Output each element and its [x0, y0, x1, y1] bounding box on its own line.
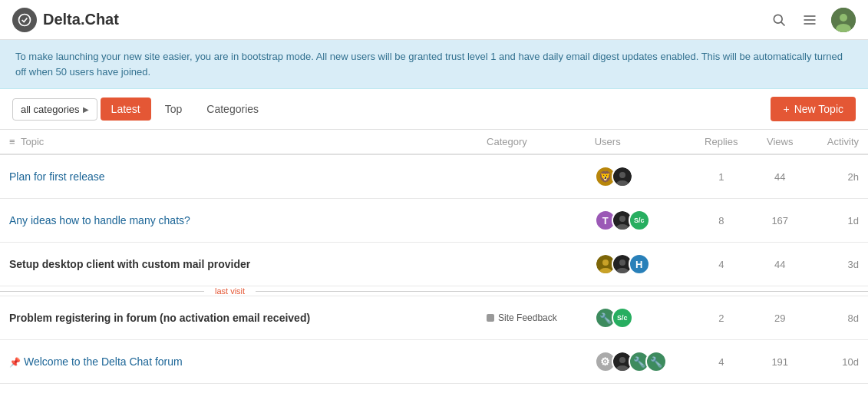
category-badge[interactable]: Site Feedback [487, 312, 557, 323]
users-cell: 🦁 [595, 166, 681, 187]
activity-cell: 8d [807, 296, 868, 340]
views-cell: 44 [753, 243, 807, 286]
category-cell [477, 340, 586, 384]
topic-link[interactable]: Plan for first release [9, 170, 105, 183]
svg-point-7 [840, 14, 847, 21]
views-cell: 167 [753, 199, 807, 243]
users-td: H [586, 243, 690, 286]
table-row: 📌Welcome to the Delta Chat forum ⚙🔧🔧4191… [0, 340, 868, 384]
table-row: Setup desktop client with custom mail pr… [0, 243, 868, 286]
new-topic-button[interactable]: + New Topic [771, 97, 856, 121]
svg-point-22 [619, 357, 625, 363]
users-cell: ⚙🔧🔧 [595, 351, 681, 372]
topic-cell: 📌Welcome to the Delta Chat forum [0, 340, 477, 384]
nav-left: all categories ▶ Latest Top Categories [12, 98, 269, 121]
category-cell [477, 199, 586, 243]
col-header-replies: Replies [690, 130, 753, 154]
svg-point-13 [619, 216, 625, 222]
table-row: Problem registering in forum (no activat… [0, 296, 868, 340]
svg-line-2 [781, 21, 785, 25]
user-avatar-item: S/c [629, 210, 650, 231]
col-header-topic: ≡ Topic [0, 130, 477, 154]
user-avatar-item: 🔧 [645, 351, 667, 372]
user-avatar[interactable] [831, 8, 856, 32]
search-icon[interactable] [770, 11, 788, 29]
users-td: TS/c [586, 199, 690, 243]
table-body: Plan for first release 🦁1442h Any ideas … [0, 154, 868, 384]
col-header-users: Users [586, 130, 690, 154]
all-categories-dropdown[interactable]: all categories ▶ [12, 98, 97, 121]
col-header-views: Views [753, 130, 807, 154]
col-header-activity: Activity [807, 130, 868, 154]
replies-cell: 4 [690, 243, 753, 286]
svg-point-16 [602, 260, 609, 266]
col-header-category: Category [477, 130, 586, 154]
header-actions [770, 8, 856, 32]
users-td: ⚙🔧🔧 [586, 340, 690, 384]
topic-cell: Setup desktop client with custom mail pr… [0, 243, 477, 286]
user-avatar-item: S/c [612, 307, 633, 329]
svg-point-10 [619, 172, 625, 178]
activity-cell: 1d [807, 199, 868, 243]
topic-cell: Plan for first release [0, 154, 477, 199]
users-cell: H [595, 253, 681, 275]
bootstrap-banner: To make launching your new site easier, … [0, 40, 868, 89]
table-row: Plan for first release 🦁1442h [0, 154, 868, 199]
list-icon: ≡ [9, 136, 15, 147]
users-cell: 🔧S/c [595, 307, 681, 329]
activity-cell: 3d [807, 243, 868, 286]
users-td: 🦁 [586, 154, 690, 199]
replies-cell: 4 [690, 340, 753, 384]
svg-point-0 [19, 14, 31, 25]
topic-cell: Problem registering in forum (no activat… [0, 296, 477, 340]
category-name: Site Feedback [498, 312, 557, 323]
table-row: Any ideas how to handle many chats? TS/c… [0, 199, 868, 243]
logo-svg [17, 12, 32, 28]
search-svg [771, 12, 787, 28]
svg-point-19 [619, 260, 625, 266]
pinned-icon: 📌 [9, 357, 21, 368]
tab-categories[interactable]: Categories [196, 98, 269, 121]
tab-latest[interactable]: Latest [101, 98, 151, 121]
site-name: Delta.Chat [43, 11, 119, 28]
users-td: 🔧S/c [586, 296, 690, 340]
plus-icon: + [783, 103, 789, 115]
hamburger-icon[interactable] [800, 11, 819, 29]
topic-cell: Any ideas how to handle many chats? [0, 199, 477, 243]
activity-cell: 2h [807, 154, 868, 199]
nav-bar: all categories ▶ Latest Top Categories +… [0, 89, 868, 130]
avatar-image [831, 8, 856, 32]
views-cell: 191 [753, 340, 807, 384]
replies-cell: 1 [690, 154, 753, 199]
logo-icon [12, 8, 37, 32]
topic-link[interactable]: Problem registering in forum (no activat… [9, 312, 310, 324]
topic-link[interactable]: Any ideas how to handle many chats? [9, 214, 190, 226]
all-categories-label: all categories [21, 104, 80, 115]
site-logo-link[interactable]: Delta.Chat [12, 8, 119, 32]
replies-cell: 8 [690, 199, 753, 243]
banner-text: To make launching your new site easier, … [15, 51, 843, 78]
new-topic-label: New Topic [794, 103, 843, 115]
topic-table: ≡ Topic Category Users Replies Views Act… [0, 130, 868, 384]
last-visit-separator: last visit [0, 286, 868, 296]
last-visit-label: last visit [210, 286, 249, 296]
replies-cell: 2 [690, 296, 753, 340]
topic-link[interactable]: Setup desktop client with custom mail pr… [9, 258, 250, 270]
topic-link[interactable]: Welcome to the Delta Chat forum [24, 355, 183, 368]
category-cell [477, 154, 586, 199]
user-avatar-item: H [629, 253, 650, 275]
user-avatar-item [612, 166, 633, 187]
table-header: ≡ Topic Category Users Replies Views Act… [0, 130, 868, 154]
category-cell [477, 243, 586, 286]
hamburger-svg [802, 12, 817, 28]
views-cell: 29 [753, 296, 807, 340]
activity-cell: 10d [807, 340, 868, 384]
category-color-dot [487, 314, 494, 322]
header: Delta.Chat [0, 0, 868, 40]
tab-top[interactable]: Top [154, 98, 193, 121]
category-cell: Site Feedback [477, 296, 586, 340]
svg-point-1 [774, 15, 782, 23]
views-cell: 44 [753, 154, 807, 199]
chevron-right-icon: ▶ [83, 105, 89, 114]
users-cell: TS/c [595, 210, 681, 231]
